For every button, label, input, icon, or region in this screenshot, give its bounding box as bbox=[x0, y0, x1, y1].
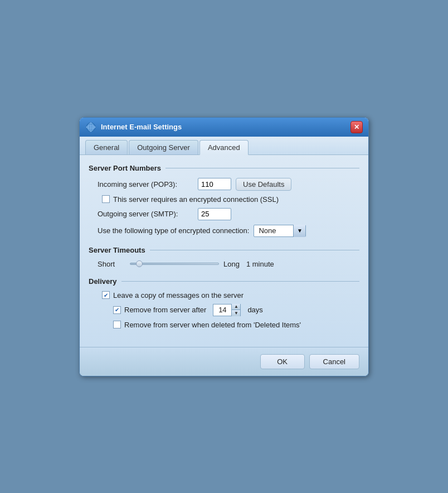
encryption-dropdown-arrow[interactable]: ▼ bbox=[293, 225, 305, 237]
timeout-slider-row: Short Long 1 minute bbox=[89, 260, 359, 268]
use-defaults-button[interactable]: Use Defaults bbox=[236, 178, 291, 191]
timeout-slider-thumb[interactable] bbox=[136, 260, 143, 267]
tab-advanced[interactable]: Advanced bbox=[199, 140, 249, 155]
ssl-checkbox-label: This server requires an encrypted connec… bbox=[113, 195, 279, 204]
leave-copy-row: ✔ Leave a copy of messages on the server bbox=[89, 291, 359, 299]
dialog: Internet E-mail Settings ✕ General Outgo… bbox=[79, 117, 369, 376]
delivery-header: Delivery bbox=[89, 277, 359, 286]
tab-content: Server Port Numbers Incoming server (POP… bbox=[80, 155, 368, 347]
remove-after-row: ✔ Remove from server after 14 ▲ ▼ days bbox=[89, 304, 359, 316]
dialog-title: Internet E-mail Settings bbox=[101, 123, 182, 131]
days-label: days bbox=[247, 306, 262, 314]
server-port-numbers-section: Server Port Numbers Incoming server (POP… bbox=[89, 164, 359, 237]
encryption-label: Use the following type of encrypted conn… bbox=[98, 226, 249, 235]
outgoing-server-input[interactable] bbox=[198, 208, 231, 220]
leave-copy-checkbox[interactable]: ✔ bbox=[102, 291, 110, 299]
ok-button[interactable]: OK bbox=[260, 354, 305, 369]
incoming-server-row: Incoming server (POP3): Use Defaults bbox=[89, 178, 359, 191]
remove-after-checkbox[interactable]: ✔ bbox=[113, 306, 121, 314]
delivery-section: Delivery ✔ Leave a copy of messages on t… bbox=[89, 277, 359, 329]
server-timeouts-section: Server Timeouts Short Long 1 minute bbox=[89, 246, 359, 268]
tab-outgoing-server[interactable]: Outgoing Server bbox=[129, 140, 198, 154]
days-spinner-value: 14 bbox=[213, 306, 231, 314]
incoming-server-input[interactable] bbox=[198, 178, 231, 190]
ssl-checkbox[interactable] bbox=[102, 195, 110, 203]
long-label: Long bbox=[223, 260, 240, 268]
leave-copy-label: Leave a copy of messages on the server bbox=[113, 291, 244, 299]
spinner-down-button[interactable]: ▼ bbox=[232, 310, 240, 316]
titlebar: Internet E-mail Settings ✕ bbox=[80, 118, 368, 137]
ssl-checkbox-row: This server requires an encrypted connec… bbox=[89, 195, 359, 204]
outgoing-server-label: Outgoing server (SMTP): bbox=[98, 210, 198, 218]
close-button[interactable]: ✕ bbox=[350, 121, 363, 133]
dialog-footer: OK Cancel bbox=[80, 347, 368, 376]
encryption-value: None bbox=[254, 226, 293, 235]
encryption-select[interactable]: None ▼ bbox=[254, 225, 306, 237]
days-spinner[interactable]: 14 ▲ ▼ bbox=[213, 304, 241, 316]
spinner-up-button[interactable]: ▲ bbox=[232, 304, 240, 310]
incoming-server-label: Incoming server (POP3): bbox=[98, 180, 198, 188]
encryption-row: Use the following type of encrypted conn… bbox=[89, 225, 359, 237]
globe-icon bbox=[85, 122, 96, 133]
short-label: Short bbox=[98, 260, 125, 268]
tab-general[interactable]: General bbox=[85, 140, 128, 154]
remove-deleted-checkbox[interactable] bbox=[113, 321, 121, 328]
tabs-container: General Outgoing Server Advanced bbox=[80, 137, 368, 155]
server-port-numbers-header: Server Port Numbers bbox=[89, 164, 359, 172]
outgoing-server-row: Outgoing server (SMTP): bbox=[89, 208, 359, 220]
titlebar-left: Internet E-mail Settings bbox=[85, 122, 182, 133]
timeout-value: 1 minute bbox=[246, 260, 274, 268]
timeout-slider-track bbox=[130, 263, 219, 265]
remove-after-label: Remove from server after bbox=[124, 306, 206, 314]
remove-deleted-label: Remove from server when deleted from 'De… bbox=[124, 321, 301, 329]
remove-deleted-row: Remove from server when deleted from 'De… bbox=[89, 321, 359, 329]
spinner-buttons: ▲ ▼ bbox=[231, 304, 240, 316]
cancel-button[interactable]: Cancel bbox=[309, 354, 359, 369]
server-timeouts-header: Server Timeouts bbox=[89, 246, 359, 254]
